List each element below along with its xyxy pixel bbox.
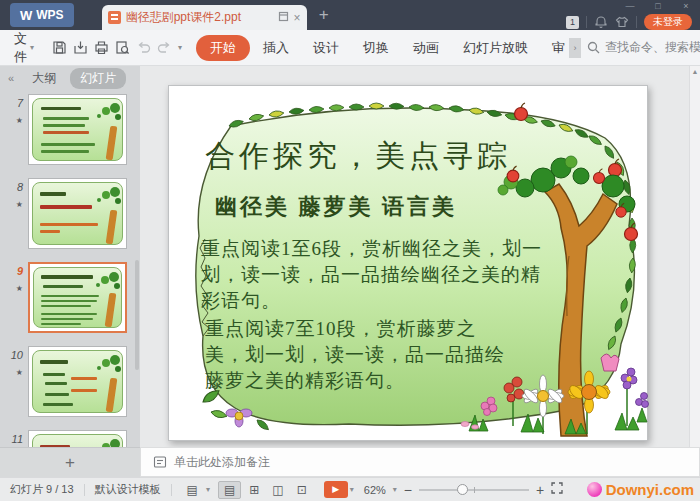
canvas-scrollbar[interactable]: ▲	[689, 66, 700, 447]
save-button[interactable]	[52, 37, 67, 59]
new-tab-button[interactable]: +	[319, 5, 329, 25]
print-preview-button[interactable]	[115, 37, 130, 59]
slide-subtitle-text[interactable]: 幽径美 藤萝美 语言美	[215, 192, 457, 222]
minimize-button[interactable]: —	[616, 0, 644, 13]
bottom-band: + 单击此处添加备注	[0, 447, 700, 477]
animation-star-icon: ★	[0, 116, 23, 125]
tab-title: 幽径悲剧ppt课件2.ppt	[126, 9, 273, 26]
login-button[interactable]: 未登录	[644, 14, 692, 30]
slide-number: 10	[11, 349, 23, 361]
zoom-percent-label[interactable]: 62%	[364, 484, 386, 496]
zoom-in-button[interactable]: +	[536, 482, 544, 498]
slide-panel-sidebar: « 大纲 幻灯片 7 ★ 8 ★	[0, 66, 140, 447]
document-tab[interactable]: 幽径悲剧ppt课件2.ppt ×	[102, 5, 307, 30]
sidebar-scrollbar[interactable]	[135, 260, 139, 370]
play-slideshow-button[interactable]: ▶	[324, 481, 348, 498]
chevron-down-icon[interactable]: ▾	[206, 485, 210, 494]
titlebar-divider	[636, 16, 637, 28]
wps-w-icon: W	[20, 8, 32, 23]
command-search-box[interactable]: 查找命令、搜索模板	[587, 39, 700, 56]
view-reading-button[interactable]: ◫	[267, 482, 288, 498]
tab-home[interactable]: 开始	[196, 35, 250, 61]
tab-slideshow[interactable]: 幻灯片放映	[452, 35, 539, 61]
zoom-out-button[interactable]: −	[404, 482, 412, 498]
titlebar: W WPS 幽径悲剧ppt课件2.ppt × + — □ × 1 未登录	[0, 0, 700, 30]
template-name-button[interactable]: 默认设计模板	[95, 482, 161, 497]
slide-number: 8	[17, 181, 23, 193]
slide-title-text[interactable]: 合作探究，美点寻踪	[205, 136, 511, 177]
slide-number: 7	[17, 97, 23, 109]
thumbnail-art	[32, 350, 123, 413]
pin-tab-icon[interactable]	[278, 11, 289, 25]
statusbar-divider	[84, 484, 85, 496]
ribbon-tab-scroll-button[interactable]: ›	[569, 38, 581, 58]
animation-star-icon: ★	[0, 284, 23, 293]
thumbnail-art	[32, 434, 123, 447]
search-placeholder: 查找命令、搜索模板	[605, 39, 700, 56]
view-normal-button[interactable]: ▤	[218, 481, 241, 499]
chevron-down-icon: ▾	[30, 43, 34, 52]
slide-thumbnail-8[interactable]: 8 ★	[0, 178, 130, 249]
slide-canvas[interactable]: 合作探究，美点寻踪 幽径美 藤萝美 语言美 重点阅读1至6段，赏析幽径之美，划一…	[168, 85, 648, 441]
titlebar-divider	[586, 16, 587, 28]
slide-thumbnail-list: 7 ★ 8 ★	[0, 90, 140, 447]
animation-star-icon: ★	[0, 200, 23, 209]
watermark-logo-icon	[587, 482, 602, 497]
watermark: Downyi.com	[587, 481, 694, 498]
message-count-badge[interactable]: 1	[566, 16, 579, 29]
sidebar-collapse-icon[interactable]: «	[8, 72, 14, 84]
tab-transitions[interactable]: 切换	[352, 35, 400, 61]
tab-design[interactable]: 设计	[302, 35, 350, 61]
file-menu-label: 文件	[14, 30, 27, 66]
add-slide-button[interactable]: +	[65, 453, 75, 473]
redo-button[interactable]	[157, 37, 172, 59]
statusbar: 幻灯片 9 / 13 默认设计模板 ▤ ▾ ▤ ⊞ ◫ ⊡ ▶ ▾ 62% ▾ …	[0, 477, 700, 501]
scroll-up-icon[interactable]: ▲	[690, 68, 700, 75]
main-area: « 大纲 幻灯片 7 ★ 8 ★	[0, 66, 700, 447]
undo-button[interactable]	[136, 37, 151, 59]
tab-review[interactable]: 审	[541, 35, 567, 61]
slide-thumbnail-7[interactable]: 7 ★	[0, 94, 130, 165]
notes-toggle-button[interactable]: ▤	[182, 482, 203, 498]
tab-animation[interactable]: 动画	[402, 35, 450, 61]
tab-insert[interactable]: 插入	[252, 35, 300, 61]
slide-thumbnail-10[interactable]: 10 ★	[0, 346, 130, 417]
slide-number: 11	[12, 433, 23, 445]
view-slideshow-button[interactable]: ⊡	[292, 482, 312, 498]
statusbar-divider	[171, 484, 172, 496]
toolbar-more-caret-icon[interactable]: ▾	[178, 43, 182, 52]
tab-slides[interactable]: 幻灯片	[70, 68, 126, 89]
notification-bell-icon[interactable]	[594, 15, 608, 29]
titlebar-right: — □ × 1 未登录	[566, 0, 700, 30]
slide-paragraph-1[interactable]: 重点阅读1至6段，赏析幽径之美，划一划，读一读，品一品描绘幽径之美的精彩语句。	[201, 236, 553, 314]
slide-canvas-area: 合作探究，美点寻踪 幽径美 藤萝美 语言美 重点阅读1至6段，赏析幽径之美，划一…	[140, 66, 700, 447]
maximize-button[interactable]: □	[644, 0, 672, 13]
notes-bar[interactable]: 单击此处添加备注	[140, 447, 700, 477]
wps-logo-label: WPS	[36, 8, 63, 22]
wps-logo-button[interactable]: W WPS	[10, 3, 74, 27]
zoom-caret-icon[interactable]: ▾	[393, 485, 397, 494]
zoom-slider-handle[interactable]	[457, 484, 468, 495]
animation-star-icon: ★	[0, 368, 23, 377]
view-slide-sorter-button[interactable]: ⊞	[244, 482, 264, 498]
skin-shirt-icon[interactable]	[615, 15, 629, 29]
watermark-text: Downyi.com	[606, 481, 694, 498]
thumbnail-art	[32, 182, 123, 245]
slide-paragraph-2[interactable]: 重点阅读7至10段，赏析藤萝之美，划一划，读一读，品一品描绘藤萝之美的精彩语句。	[205, 316, 511, 394]
slide-thumbnail-9-selected[interactable]: 9 ★	[0, 262, 130, 333]
file-menu-button[interactable]: 文件 ▾	[14, 30, 34, 66]
slide-counter: 幻灯片 9 / 13	[10, 482, 74, 497]
play-options-caret-icon[interactable]: ▾	[350, 485, 354, 494]
print-button[interactable]	[94, 37, 109, 59]
tab-outline[interactable]: 大纲	[32, 70, 56, 87]
window-close-button[interactable]: ×	[672, 0, 700, 13]
fit-to-window-button[interactable]	[551, 482, 563, 497]
tab-close-icon[interactable]: ×	[294, 11, 301, 25]
notes-icon	[153, 455, 167, 469]
notes-placeholder: 单击此处添加备注	[174, 454, 270, 471]
export-button[interactable]	[73, 37, 88, 59]
zoom-slider[interactable]	[419, 489, 529, 491]
ppt-file-icon	[108, 11, 121, 24]
zoom-controls: 62% ▾ − +	[364, 482, 563, 498]
slide-thumbnail-11[interactable]: 11 ★	[0, 430, 130, 447]
